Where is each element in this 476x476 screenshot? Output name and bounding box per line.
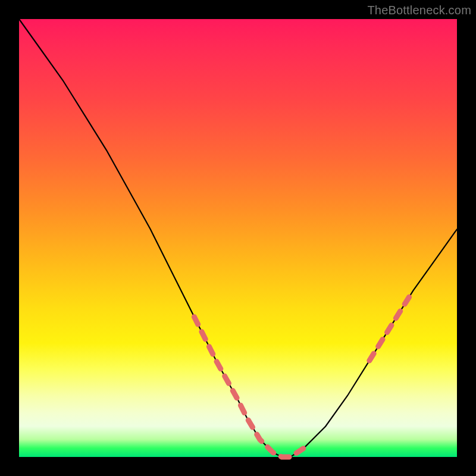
chart-svg — [19, 19, 457, 457]
chart-frame: TheBottleneck.com — [0, 0, 476, 476]
watermark-text: TheBottleneck.com — [367, 4, 471, 17]
highlight-segment-1 — [194, 317, 303, 458]
curve-layer — [19, 19, 457, 457]
bottleneck-curve — [19, 19, 457, 457]
chart-plot-area — [19, 19, 457, 457]
